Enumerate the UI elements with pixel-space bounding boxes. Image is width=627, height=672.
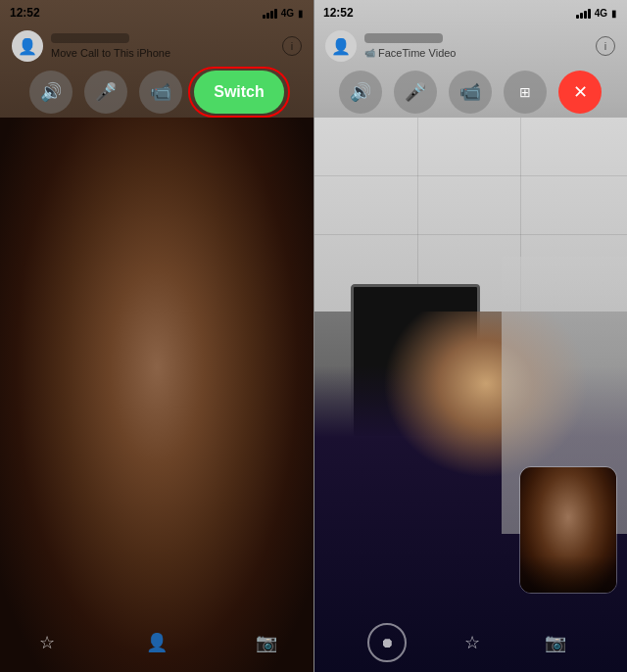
right-controls-row: 🔊 🎤 📹 ⊞ ✕ <box>314 71 627 114</box>
ceiling-line-2 <box>314 234 627 235</box>
camera-icon: 📷 <box>256 632 277 653</box>
switch-outline <box>188 67 290 118</box>
left-phone-screen: 12:52 4G ▮ 👤 Move Call to This iPhone i … <box>0 0 314 672</box>
pip-icon: ⊞ <box>519 84 531 100</box>
left-call-header: 👤 Move Call to This iPhone i <box>0 22 314 71</box>
right-caller-info: 📹 FaceTime Video <box>364 33 596 59</box>
left-speaker-button[interactable]: 🔊 <box>29 71 72 114</box>
left-avatar: 👤 <box>12 30 43 62</box>
left-star-button[interactable]: ☆ <box>29 625 65 660</box>
left-status-bar: 12:52 4G ▮ <box>0 0 314 22</box>
ceiling-line-1 <box>314 175 627 176</box>
right-video-icon: 📹 <box>459 81 481 103</box>
pip-self-view[interactable] <box>519 466 617 594</box>
left-mute-button[interactable]: 🎤 <box>84 71 127 114</box>
video-icon: 📹 <box>150 81 171 103</box>
right-mute-button[interactable]: 🎤 <box>394 71 437 114</box>
right-time: 12:52 <box>323 6 354 20</box>
right-camera-icon: 📷 <box>545 632 566 653</box>
right-call-type: 📹 FaceTime Video <box>364 47 596 59</box>
screen-divider <box>314 0 314 672</box>
left-face-overlay <box>0 118 314 672</box>
speaker-icon: 🔊 <box>40 81 62 103</box>
pip-button[interactable]: ⊞ <box>504 71 547 114</box>
right-avatar: 👤 <box>325 30 357 62</box>
right-battery: ▮ <box>611 8 617 19</box>
left-caller-name-bar <box>51 33 129 43</box>
right-avatar-icon: 👤 <box>331 37 351 56</box>
mic-toggle-icon: ⏺ <box>380 635 394 650</box>
right-speaker-icon: 🔊 <box>350 81 371 103</box>
r-signal-bar-3 <box>584 11 587 19</box>
left-signal-bars <box>263 7 277 19</box>
left-battery: ▮ <box>298 8 304 19</box>
right-call-header: 👤 📹 FaceTime Video i <box>314 22 627 71</box>
video-call-icon: 📹 <box>364 48 375 58</box>
signal-bar-1 <box>263 15 265 19</box>
right-star-icon: ☆ <box>464 632 480 653</box>
right-mic-toggle[interactable]: ⏺ <box>367 623 407 662</box>
left-contacts-button[interactable]: 👤 <box>139 625 174 660</box>
pip-fade <box>520 555 616 593</box>
left-time: 12:52 <box>10 6 40 20</box>
right-caller-name-bar <box>364 33 443 43</box>
switch-button-wrapper: Switch <box>194 71 284 114</box>
right-network: 4G <box>595 8 607 19</box>
signal-bar-4 <box>274 9 277 19</box>
avatar-person-icon: 👤 <box>18 37 37 56</box>
r-signal-bar-1 <box>576 15 579 19</box>
left-caller-info: Move Call to This iPhone <box>51 33 282 59</box>
left-camera-button[interactable]: 📷 <box>249 625 284 660</box>
right-phone-screen: 12:52 4G ▮ 👤 📹 FaceTime Video i <box>314 0 627 672</box>
star-icon: ☆ <box>39 632 55 653</box>
right-star-button[interactable]: ☆ <box>455 625 490 660</box>
left-network: 4G <box>281 8 294 19</box>
end-call-button[interactable]: ✕ <box>558 71 602 114</box>
right-status-icons: 4G ▮ <box>576 7 617 19</box>
right-info-button[interactable]: i <box>596 36 615 56</box>
right-speaker-button[interactable]: 🔊 <box>339 71 382 114</box>
left-call-type: Move Call to This iPhone <box>51 47 282 59</box>
right-status-bar: 12:52 4G ▮ <box>314 0 627 22</box>
right-camera-button[interactable]: 📷 <box>538 625 573 660</box>
right-video-button[interactable]: 📹 <box>449 71 492 114</box>
right-mute-icon: 🎤 <box>405 81 426 103</box>
contacts-icon: 👤 <box>146 632 168 653</box>
right-signal-bars <box>576 7 591 19</box>
left-controls-row: 🔊 🎤 📹 Switch <box>0 71 314 114</box>
ceiling-col-1 <box>417 118 418 312</box>
left-status-icons: 4G ▮ <box>263 7 304 19</box>
left-video-button[interactable]: 📹 <box>139 71 182 114</box>
r-signal-bar-2 <box>580 13 583 19</box>
mute-icon: 🎤 <box>95 81 117 103</box>
right-info-icon: i <box>604 40 606 52</box>
right-bottom-bar: ⏺ ☆ 📷 <box>314 613 627 672</box>
left-bottom-bar: ☆ 👤 📷 <box>0 613 314 672</box>
signal-bar-3 <box>270 11 273 19</box>
signal-bar-2 <box>266 13 269 19</box>
r-signal-bar-4 <box>588 9 591 19</box>
left-info-icon: i <box>291 40 293 52</box>
facetime-label-text: FaceTime Video <box>378 47 456 59</box>
left-info-button[interactable]: i <box>282 36 302 56</box>
end-call-icon: ✕ <box>573 81 588 103</box>
